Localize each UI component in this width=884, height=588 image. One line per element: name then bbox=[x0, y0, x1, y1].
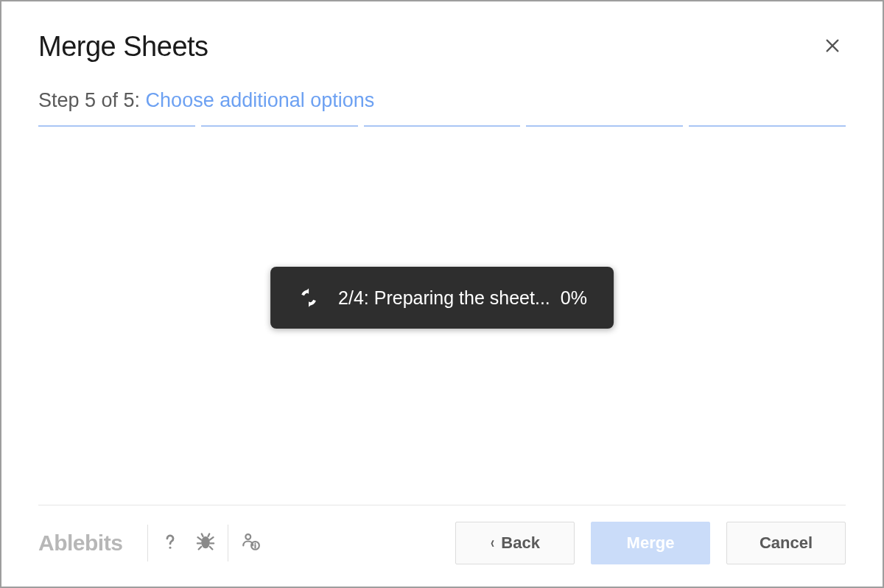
account-info-button[interactable] bbox=[233, 525, 268, 561]
footer: Ablebits bbox=[38, 505, 846, 564]
body: 2/4: Preparing the sheet... 0% bbox=[38, 127, 846, 505]
action-buttons: ‹ Back Merge Cancel bbox=[455, 522, 846, 564]
separator bbox=[147, 525, 148, 561]
refresh-icon bbox=[297, 286, 320, 309]
footer-icons bbox=[152, 525, 223, 561]
cancel-button-label: Cancel bbox=[760, 533, 813, 553]
progress-toast: 2/4: Preparing the sheet... 0% bbox=[270, 267, 614, 329]
cancel-button[interactable]: Cancel bbox=[726, 522, 846, 564]
user-info-icon bbox=[240, 531, 261, 555]
separator bbox=[228, 525, 228, 561]
bug-report-button[interactable] bbox=[188, 525, 223, 561]
svg-point-3 bbox=[202, 536, 211, 548]
merge-button[interactable]: Merge bbox=[591, 522, 710, 564]
header: Merge Sheets bbox=[38, 31, 846, 63]
step-prefix: Step 5 of 5: bbox=[38, 89, 146, 111]
toast-text: 2/4: Preparing the sheet... 0% bbox=[338, 287, 587, 309]
footer-icons-2 bbox=[233, 525, 268, 561]
bug-icon bbox=[195, 531, 216, 555]
toast-message: 2/4: Preparing the sheet... bbox=[338, 287, 550, 309]
close-button[interactable] bbox=[819, 34, 846, 60]
back-button[interactable]: ‹ Back bbox=[455, 522, 575, 564]
step-highlight: Choose additional options bbox=[146, 89, 375, 111]
merge-button-label: Merge bbox=[627, 533, 675, 553]
dialog-title: Merge Sheets bbox=[38, 31, 208, 63]
toast-percent: 0% bbox=[561, 287, 587, 309]
step-label: Step 5 of 5: Choose additional options bbox=[38, 89, 846, 112]
svg-point-4 bbox=[246, 534, 251, 539]
svg-point-2 bbox=[169, 547, 172, 549]
chevron-left-icon: ‹ bbox=[491, 535, 494, 551]
help-icon bbox=[160, 531, 180, 555]
back-button-label: Back bbox=[501, 533, 540, 553]
dialog-frame: Merge Sheets Step 5 of 5: Choose additio… bbox=[0, 0, 884, 588]
help-button[interactable] bbox=[152, 525, 188, 561]
brand-label: Ablebits bbox=[38, 531, 122, 556]
close-icon bbox=[824, 38, 841, 57]
